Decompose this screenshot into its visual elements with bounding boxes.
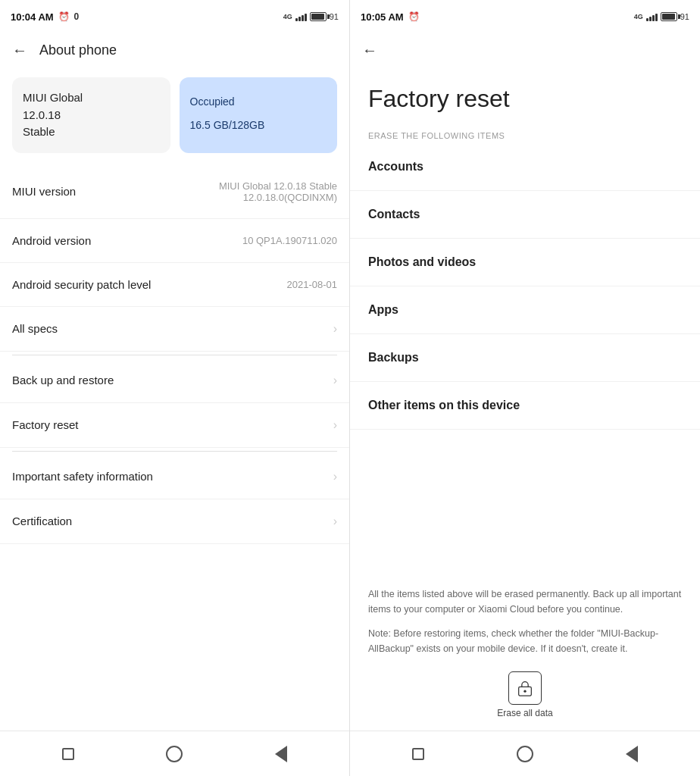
back-button-left[interactable]: ← <box>12 42 27 59</box>
all-specs-row[interactable]: All specs › <box>0 307 349 352</box>
nav-recents-left[interactable] <box>55 740 82 768</box>
chevron-icon: › <box>333 418 337 432</box>
warning-text-1: All the items listed above will be erase… <box>350 574 700 623</box>
storage-card: Occupied 16.5 GB/128GB <box>180 77 338 153</box>
nav-square-icon-left <box>62 748 74 760</box>
erase-item-other: Other items on this device <box>350 382 700 430</box>
network-left: 4G <box>283 13 292 20</box>
battery-left <box>310 12 327 21</box>
safety-info-row[interactable]: Important safety information › <box>0 455 349 499</box>
backup-restore-row[interactable]: Back up and restore › <box>0 358 349 403</box>
nav-back-icon-right <box>626 746 638 762</box>
nav-home-right[interactable] <box>511 740 539 768</box>
nav-recents-right[interactable] <box>405 740 432 768</box>
certification-row[interactable]: Certification › <box>0 499 349 544</box>
nav-bar-left <box>0 731 349 776</box>
erase-item-contacts: Contacts <box>350 191 700 239</box>
nav-home-icon-right <box>517 746 533 762</box>
time-right: 10:05 AM <box>361 11 404 23</box>
security-patch-row[interactable]: Android security patch level 2021-08-01 <box>0 263 349 307</box>
chevron-icon: › <box>333 374 337 387</box>
alarm-icon-left: ⏰ <box>58 11 70 22</box>
chevron-icon: › <box>333 515 337 528</box>
nav-back-icon-left <box>275 746 287 762</box>
storage-label: Occupied <box>190 95 327 108</box>
notification-badge: 0 <box>74 11 80 22</box>
factory-reset-row[interactable]: Factory reset › <box>0 403 349 448</box>
back-button-right[interactable]: ← <box>362 42 377 59</box>
chevron-icon: › <box>333 470 337 483</box>
right-panel: 10:05 AM ⏰ 4G 91 ← Factory reset ERASE T… <box>350 0 700 776</box>
battery-right <box>661 12 677 21</box>
erase-data-icon <box>517 680 533 696</box>
erase-items-list: Accounts Contacts Photos and videos Apps… <box>350 143 700 574</box>
erase-item-backups: Backups <box>350 334 700 382</box>
nav-back-left[interactable] <box>267 740 295 768</box>
storage-value: 16.5 GB/128GB <box>190 111 327 134</box>
nav-home-left[interactable] <box>161 740 188 768</box>
network-right: 4G <box>634 13 643 20</box>
top-bar-left: ← About phone <box>0 30 349 70</box>
alarm-icon-right: ⏰ <box>408 11 420 22</box>
time-left: 10:04 AM <box>11 11 54 23</box>
android-version-row[interactable]: Android version 10 QP1A.190711.020 <box>0 219 349 263</box>
settings-section-left: MIUI version MIUI Global 12.0.18 Stable … <box>0 165 349 731</box>
svg-point-1 <box>523 690 526 693</box>
miui-info: MIUI Global 12.0.18 Stable <box>23 89 160 141</box>
erase-item-photos: Photos and videos <box>350 239 700 286</box>
warning-text-2: Note: Before restoring items, check whet… <box>350 623 700 662</box>
top-bar-right: ← <box>350 30 700 70</box>
factory-reset-title: Factory reset <box>350 70 700 120</box>
miui-version-row[interactable]: MIUI version MIUI Global 12.0.18 Stable … <box>0 165 349 219</box>
erase-item-accounts: Accounts <box>350 143 700 191</box>
erase-section-label: ERASE THE FOLLOWING ITEMS <box>350 120 700 143</box>
chevron-icon: › <box>333 322 337 336</box>
page-title-left: About phone <box>39 42 117 58</box>
nav-home-icon-left <box>166 746 183 762</box>
erase-btn-area: Erase all data <box>350 662 700 731</box>
battery-pct-right: 91 <box>680 12 689 21</box>
info-cards: MIUI Global 12.0.18 Stable Occupied 16.5… <box>0 70 349 165</box>
nav-back-right[interactable] <box>618 740 645 768</box>
battery-pct-left: 91 <box>330 12 339 21</box>
status-right-right: 4G 91 <box>634 12 689 21</box>
erase-item-apps: Apps <box>350 286 700 334</box>
divider-2 <box>12 451 337 452</box>
signal-right <box>646 12 658 21</box>
status-bar-right: 10:05 AM ⏰ 4G 91 <box>350 0 700 30</box>
nav-square-icon-right <box>412 748 424 760</box>
nav-bar-right <box>350 731 700 776</box>
erase-all-data-button[interactable] <box>508 671 542 705</box>
signal-left <box>295 12 307 21</box>
divider-1 <box>12 355 337 355</box>
status-right-left: 4G 91 <box>283 12 339 21</box>
left-panel: 10:04 AM ⏰ 0 4G 91 ← About phone MIUI Gl <box>0 0 350 776</box>
miui-card: MIUI Global 12.0.18 Stable <box>12 77 170 153</box>
status-bar-left: 10:04 AM ⏰ 0 4G 91 <box>0 0 349 30</box>
erase-btn-label: Erase all data <box>497 708 552 718</box>
